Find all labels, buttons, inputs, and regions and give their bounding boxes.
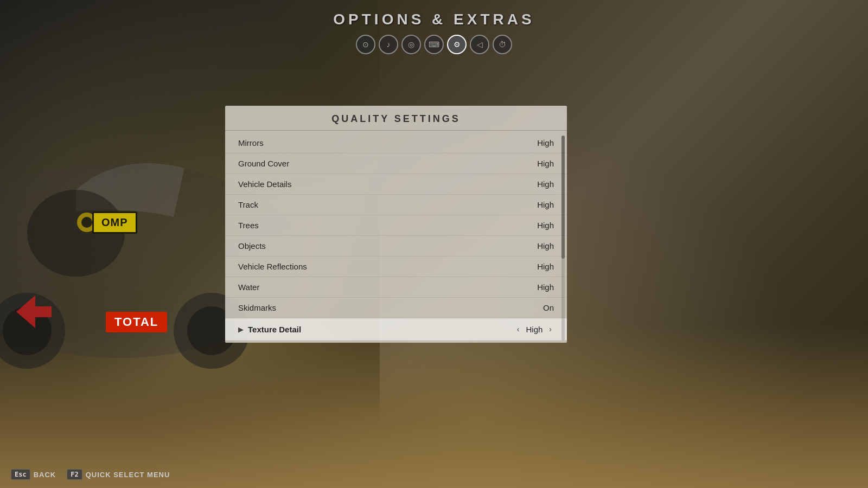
nav-icon-settings[interactable]: ⚙ (447, 35, 467, 54)
nav-icon-controller[interactable]: ⊙ (356, 35, 375, 54)
scrollbar-thumb (561, 136, 565, 259)
setting-value-skidmarks: On (543, 303, 554, 312)
scrollbar-track[interactable] (561, 136, 565, 341)
omp-badge: OMP (92, 211, 137, 234)
setting-row-mirrors[interactable]: Mirrors High (225, 133, 567, 153)
setting-row-water[interactable]: Water High (225, 277, 567, 298)
bottom-bar: Esc BACK F2 QUICK SELECT MENU (0, 461, 868, 488)
nav-icon-timer[interactable]: ⏱ (493, 35, 512, 54)
value-right-arrow[interactable]: › (547, 324, 554, 335)
setting-name-water: Water (238, 282, 537, 292)
nav-icon-extras[interactable]: ◁ (470, 35, 489, 54)
setting-value-vehicle-details: High (537, 179, 554, 189)
setting-value-texture-detail: High (526, 325, 542, 334)
setting-value-mirrors: High (537, 138, 554, 147)
quick-select-button[interactable]: F2 QUICK SELECT MENU (67, 469, 170, 480)
total-badge: TOTAL (106, 312, 167, 332)
setting-value-ground-cover: High (537, 159, 554, 168)
back-button[interactable]: Esc BACK (11, 469, 56, 480)
back-key-badge: Esc (11, 469, 30, 480)
setting-name-objects: Objects (238, 241, 537, 251)
setting-row-objects[interactable]: Objects High (225, 236, 567, 256)
nav-icon-keyboard[interactable]: ⌨ (424, 35, 444, 54)
setting-name-skidmarks: Skidmarks (238, 303, 543, 312)
svg-point-8 (81, 217, 92, 228)
setting-row-track[interactable]: Track High (225, 195, 567, 215)
setting-value-track: High (537, 200, 554, 209)
setting-row-vehicle-details[interactable]: Vehicle Details High (225, 174, 567, 195)
panel-title: QUALITY SETTINGS (225, 106, 567, 131)
nav-icons: ⊙ ♪ ◎ ⌨ ⚙ ◁ ⏱ (356, 35, 512, 54)
setting-name-trees: Trees (238, 221, 537, 230)
active-row-arrow: ▶ (238, 325, 244, 333)
setting-row-ground-cover[interactable]: Ground Cover High (225, 153, 567, 174)
setting-name-vehicle-reflections: Vehicle Reflections (238, 262, 537, 271)
setting-name-mirrors: Mirrors (238, 138, 537, 147)
setting-value-vehicle-reflections: High (537, 262, 554, 271)
texture-detail-control: ‹ High › (515, 324, 554, 335)
value-left-arrow[interactable]: ‹ (515, 324, 522, 335)
setting-name-vehicle-details: Vehicle Details (238, 179, 537, 189)
setting-name-track: Track (238, 200, 537, 209)
menu-key-badge: F2 (67, 469, 82, 480)
nav-icon-audio[interactable]: ♪ (379, 35, 398, 54)
setting-name-ground-cover: Ground Cover (238, 159, 537, 168)
header: OPTIONS & EXTRAS ⊙ ♪ ◎ ⌨ ⚙ ◁ ⏱ (0, 0, 868, 65)
setting-row-trees[interactable]: Trees High (225, 215, 567, 236)
setting-value-objects: High (537, 241, 554, 251)
setting-row-texture-detail[interactable]: ▶ Texture Detail ‹ High › (225, 318, 567, 341)
nav-icon-display[interactable]: ◎ (401, 35, 421, 54)
quality-settings-panel: QUALITY SETTINGS Mirrors High Ground Cov… (225, 106, 567, 343)
setting-name-texture-detail: Texture Detail (248, 325, 515, 334)
menu-label: QUICK SELECT MENU (86, 471, 170, 479)
setting-value-water: High (537, 282, 554, 292)
setting-row-vehicle-reflections[interactable]: Vehicle Reflections High (225, 256, 567, 277)
back-label: BACK (34, 471, 56, 479)
setting-value-trees: High (537, 221, 554, 230)
settings-list: Mirrors High Ground Cover High Vehicle D… (225, 131, 567, 343)
setting-row-skidmarks[interactable]: Skidmarks On (225, 298, 567, 318)
page-title: OPTIONS & EXTRAS (333, 11, 534, 28)
